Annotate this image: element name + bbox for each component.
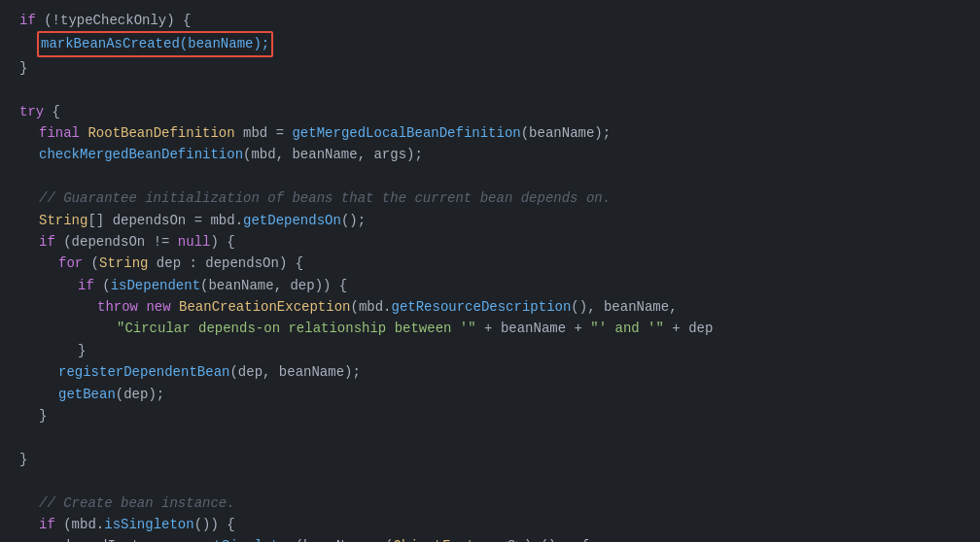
code-token: () bbox=[532, 535, 565, 542]
code-token: (beanName); bbox=[521, 122, 611, 144]
code-line: "Circular depends-on relationship betwee… bbox=[0, 318, 980, 339]
code-token: getBean bbox=[58, 384, 116, 405]
code-token: (mbd, beanName, args); bbox=[243, 144, 423, 165]
code-token bbox=[80, 122, 88, 144]
highlighted-code: markBeanAsCreated(beanName); bbox=[37, 31, 273, 56]
code-token: // Guarantee initialization of beans tha… bbox=[39, 187, 611, 209]
code-token: getMergedLocalBeanDefinition bbox=[292, 122, 520, 144]
code-line: // Create bean instance. bbox=[0, 492, 980, 514]
code-line: // Guarantee initialization of beans tha… bbox=[0, 187, 980, 209]
code-token bbox=[138, 296, 146, 318]
code-token: "' and '" bbox=[590, 318, 664, 339]
code-token: sharedInstance = bbox=[58, 535, 197, 542]
code-token: ObjectFactory bbox=[393, 535, 499, 542]
code-line: registerDependentBean(dep, beanName); bbox=[0, 361, 980, 383]
code-token: ( bbox=[94, 275, 111, 296]
code-token: (mbd. bbox=[350, 296, 391, 318]
code-token: (); bbox=[341, 210, 366, 231]
code-token: (dependsOn != bbox=[55, 231, 178, 253]
code-token: → bbox=[565, 535, 573, 542]
code-line: for (String dep : dependsOn) { bbox=[0, 253, 980, 274]
code-token: BeanCreationException bbox=[179, 296, 350, 318]
code-line: throw new BeanCreationException(mbd.getR… bbox=[0, 296, 980, 318]
code-token: getDependsOn bbox=[243, 210, 341, 231]
code-token: final bbox=[39, 122, 80, 144]
code-line: if (isDependent(beanName, dep)) { bbox=[0, 275, 980, 296]
code-token: mbd = bbox=[235, 122, 293, 144]
code-line: try { bbox=[0, 101, 980, 122]
code-token: dep : dependsOn) { bbox=[148, 253, 303, 274]
code-line: } bbox=[0, 449, 980, 470]
code-line bbox=[0, 166, 980, 187]
code-token: (beanName, ( bbox=[296, 535, 394, 542]
code-token: ) { bbox=[210, 231, 234, 253]
code-line: if (!typeCheckOnly) { bbox=[0, 10, 980, 31]
code-line: if (dependsOn != null) { bbox=[0, 231, 980, 253]
code-line: final RootBeanDefinition mbd = getMerged… bbox=[0, 122, 980, 144]
code-token: { bbox=[573, 535, 589, 542]
code-line: getBean(dep); bbox=[0, 384, 980, 405]
code-token bbox=[171, 296, 179, 318]
code-line bbox=[0, 470, 980, 491]
code-line: String[] dependsOn = mbd.getDependsOn(); bbox=[0, 210, 980, 231]
code-token: null bbox=[178, 231, 211, 253]
code-token: [] dependsOn = mbd. bbox=[88, 210, 243, 231]
code-line: } bbox=[0, 405, 980, 426]
code-token: ( bbox=[83, 253, 99, 274]
code-token: throw bbox=[97, 296, 138, 318]
code-editor: if (!typeCheckOnly) {markBeanAsCreated(b… bbox=[0, 0, 980, 542]
code-token: String bbox=[99, 253, 148, 274]
code-token: (dep); bbox=[116, 384, 164, 405]
code-token: isDependent bbox=[111, 275, 200, 296]
code-token: ()) { bbox=[194, 514, 235, 535]
code-token: getResourceDescription bbox=[392, 296, 572, 318]
code-token: (), beanName, bbox=[571, 296, 677, 318]
code-token: getSingleton bbox=[197, 535, 296, 542]
code-line: markBeanAsCreated(beanName); bbox=[0, 31, 980, 56]
code-line bbox=[0, 79, 980, 100]
code-line: if (mbd.isSingleton()) { bbox=[0, 514, 980, 535]
code-token: if bbox=[19, 10, 36, 31]
code-token: if bbox=[78, 275, 94, 296]
code-line: } bbox=[0, 340, 980, 361]
code-token: if bbox=[39, 514, 55, 535]
code-token: (dep, beanName); bbox=[229, 361, 360, 383]
code-token: + dep bbox=[664, 318, 713, 339]
code-token: try bbox=[19, 101, 44, 122]
code-token: checkMergedBeanDefinition bbox=[39, 144, 243, 165]
code-token: } bbox=[19, 449, 27, 470]
code-token: <?>) bbox=[500, 535, 533, 542]
code-line: } bbox=[0, 57, 980, 79]
code-token: (beanName, dep)) { bbox=[200, 275, 347, 296]
code-token: RootBeanDefinition bbox=[88, 122, 234, 144]
code-token: + beanName + bbox=[476, 318, 591, 339]
code-token: registerDependentBean bbox=[58, 361, 229, 383]
code-token: // Create bean instance. bbox=[39, 492, 235, 514]
code-token: for bbox=[58, 253, 83, 274]
code-token: "Circular depends-on relationship betwee… bbox=[117, 318, 476, 339]
code-line: sharedInstance = getSingleton(beanName, … bbox=[0, 535, 980, 542]
code-token: new bbox=[146, 296, 170, 318]
code-token: } bbox=[78, 340, 86, 361]
code-token: { bbox=[44, 101, 60, 122]
code-token: isSingleton bbox=[104, 514, 193, 535]
code-token: (!typeCheckOnly) { bbox=[36, 10, 192, 31]
code-line: checkMergedBeanDefinition(mbd, beanName,… bbox=[0, 144, 980, 165]
code-line bbox=[0, 426, 980, 448]
code-token: (mbd. bbox=[55, 514, 104, 535]
code-token: String bbox=[39, 210, 88, 231]
code-token: } bbox=[19, 57, 27, 79]
code-token: } bbox=[39, 405, 47, 426]
code-token: if bbox=[39, 231, 55, 253]
